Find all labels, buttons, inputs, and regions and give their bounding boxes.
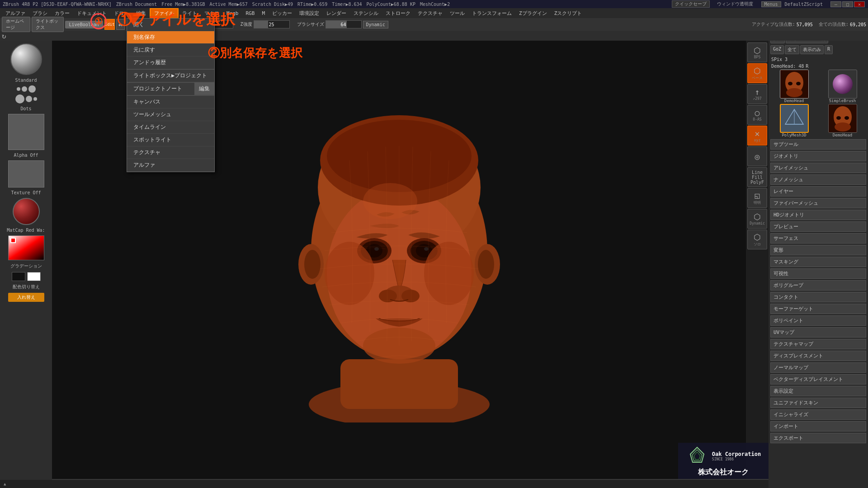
- polygroup-section[interactable]: ポリグループ: [770, 280, 866, 291]
- menu-toolmesh-item[interactable]: ツールメッシュ: [127, 108, 214, 121]
- texturemap-section[interactable]: テクスチャマップ: [770, 339, 866, 349]
- contact-section[interactable]: コンタクト: [770, 292, 866, 302]
- surface-section[interactable]: サーフェス: [770, 233, 866, 244]
- menu-picker[interactable]: ピッカー: [269, 9, 296, 18]
- morpher-section[interactable]: モーファーゲット: [770, 304, 866, 314]
- refresh-icon[interactable]: ↻: [2, 32, 6, 40]
- menu-edit[interactable]: 編集: [132, 9, 150, 18]
- visible-btn[interactable]: 表示のみ: [800, 45, 824, 54]
- displacement-section[interactable]: ディスプレイスメント: [770, 351, 866, 361]
- menu-lightbox-project-item[interactable]: ライトボックス▶プロジェクト: [127, 70, 214, 82]
- export-section[interactable]: エクスポート: [770, 433, 866, 443]
- menu-zplugin[interactable]: Zプラグイン: [515, 9, 551, 18]
- arraymesh-section[interactable]: アレイメッシュ: [770, 163, 866, 173]
- menu-file[interactable]: ファイル: [150, 8, 179, 18]
- geometry-section[interactable]: ジオメトリ: [770, 151, 866, 161]
- texture-preview[interactable]: [8, 160, 44, 188]
- menu-transform[interactable]: トランスフォーム: [468, 9, 515, 18]
- menu-rgb[interactable]: RGB: [242, 9, 259, 17]
- uvmap-section[interactable]: UVマップ: [770, 327, 866, 338]
- menu-mrgb[interactable]: Mrgb: [223, 9, 242, 17]
- edit-btn[interactable]: Edit: [104, 19, 115, 30]
- layer-section[interactable]: レイヤー: [770, 186, 866, 197]
- brush-preview[interactable]: [10, 43, 42, 75]
- matcap-preview[interactable]: [13, 198, 40, 225]
- brush-size-slider[interactable]: 64: [326, 20, 362, 28]
- icon-dynamic[interactable]: ⬡ Dynamic: [747, 209, 767, 229]
- minimize-btn[interactable]: —: [830, 1, 841, 7]
- menu-alpha[interactable]: アルファ: [2, 9, 29, 18]
- swatch-black[interactable]: [12, 272, 25, 281]
- unifiedskin-section[interactable]: ユニファイドスキン: [770, 398, 866, 408]
- preview-section[interactable]: プレビュー: [770, 221, 866, 232]
- icon-bps[interactable]: ⬡ BPS: [747, 42, 767, 62]
- menu-render[interactable]: レンダー: [323, 9, 350, 18]
- close-btn[interactable]: ✕: [854, 1, 865, 7]
- menu-canvas-item[interactable]: キャンバス: [127, 96, 214, 108]
- maximize-btn[interactable]: □: [842, 1, 853, 7]
- menu-color[interactable]: カラー: [51, 9, 73, 18]
- menu-alpha-item[interactable]: アルファ: [127, 159, 214, 172]
- menu-m[interactable]: M: [258, 9, 269, 17]
- menu-open-item[interactable]: 開く: [127, 19, 214, 31]
- icon-297[interactable]: ↑ ↗297: [747, 84, 767, 104]
- menu-saveas-item[interactable]: 別名保存: [127, 31, 214, 44]
- r-btn[interactable]: R: [825, 45, 833, 54]
- z-intensity-slider[interactable]: 25: [254, 20, 290, 28]
- menu-timeline-item[interactable]: タイムライン: [127, 121, 214, 134]
- icon-xyz[interactable]: ✕ xyz: [747, 126, 767, 145]
- polymesh-tool[interactable]: PolyMesh3D: [770, 104, 818, 137]
- polypaint-section[interactable]: ポリペイント: [770, 315, 866, 326]
- swatch-white[interactable]: [27, 272, 41, 281]
- icon-0as[interactable]: ○ 0-AS: [747, 105, 767, 125]
- fibermesh-section[interactable]: ファイバーメッシュ: [770, 198, 866, 208]
- demohead2-tool[interactable]: DemoHead: [819, 104, 866, 137]
- import-section[interactable]: インポート: [770, 421, 866, 432]
- menu-light[interactable]: ライト: [179, 9, 201, 18]
- goz-btn[interactable]: GoZ: [770, 45, 784, 54]
- nanomesh-section[interactable]: ナノメッシュ: [770, 174, 866, 185]
- menu-spotlight-item[interactable]: スポットライト: [127, 134, 214, 146]
- normalmap-section[interactable]: ノーマルマップ: [770, 362, 866, 373]
- subtool-section[interactable]: サブツール: [770, 139, 866, 150]
- menu-preferences[interactable]: 環境設定: [296, 9, 323, 18]
- icon-base[interactable]: ⬡ ベース: [747, 63, 767, 83]
- simplebrush-tool[interactable]: SimpleBrush: [819, 70, 866, 103]
- default-zscript[interactable]: DefaultZScript: [782, 2, 826, 7]
- menu-texture[interactable]: テクスチャ: [414, 9, 446, 18]
- dots-preview[interactable]: [13, 85, 40, 103]
- icon-circle[interactable]: ◎: [747, 146, 767, 166]
- icon-linefill[interactable]: Line FillPolyF: [747, 167, 767, 187]
- dynamic-btn[interactable]: Dynamic: [363, 21, 388, 28]
- icon-solo[interactable]: ⬡ ソロ: [747, 230, 767, 249]
- menu-brush[interactable]: ブラシ: [29, 9, 51, 18]
- menus-btn[interactable]: Menus: [761, 1, 781, 7]
- demohead-tool[interactable]: DemoHead: [770, 70, 818, 103]
- menu-stencil[interactable]: ステンシル: [350, 9, 382, 18]
- menu-undohistory-item[interactable]: アンドゥ履歴: [127, 56, 214, 69]
- deformation-section[interactable]: 変形: [770, 245, 866, 255]
- menu-revert-item[interactable]: 元に戻す: [127, 44, 214, 56]
- visibility-section[interactable]: 可視性: [770, 268, 866, 279]
- menu-document[interactable]: ドキュメント: [73, 9, 110, 18]
- menu-project-note-item[interactable]: プロジェクトノート: [127, 83, 194, 95]
- menu-project-note-edit[interactable]: 編集: [194, 83, 214, 95]
- color-swatch[interactable]: [8, 235, 44, 260]
- all-btn[interactable]: 全て: [785, 45, 799, 54]
- tab-lightbox[interactable]: ライトボックス: [32, 17, 64, 32]
- icon-明明[interactable]: ◱ 明明: [747, 188, 767, 208]
- initialize-section[interactable]: イニシャライズ: [770, 409, 866, 420]
- alpha-preview[interactable]: [8, 114, 44, 150]
- menu-tool[interactable]: ツール: [446, 9, 468, 18]
- menu-draw[interactable]: ドロー: [110, 9, 132, 18]
- menu-stroke[interactable]: ストローク: [382, 9, 414, 18]
- move-btn[interactable]: ↔: [116, 19, 125, 30]
- menu-macro[interactable]: マクロ: [201, 9, 223, 18]
- replace-btn[interactable]: 入れ替え: [8, 293, 44, 302]
- window-trans[interactable]: ウィンドウ透明度: [714, 1, 756, 7]
- quicksave-btn[interactable]: クイックセーブ: [672, 0, 710, 8]
- displaysettings-section[interactable]: 表示設定: [770, 386, 866, 396]
- tab-home[interactable]: ホームページ: [2, 17, 30, 32]
- masking-section[interactable]: マスキング: [770, 257, 866, 267]
- hdgeometry-section[interactable]: HDジオメトリ: [770, 210, 866, 220]
